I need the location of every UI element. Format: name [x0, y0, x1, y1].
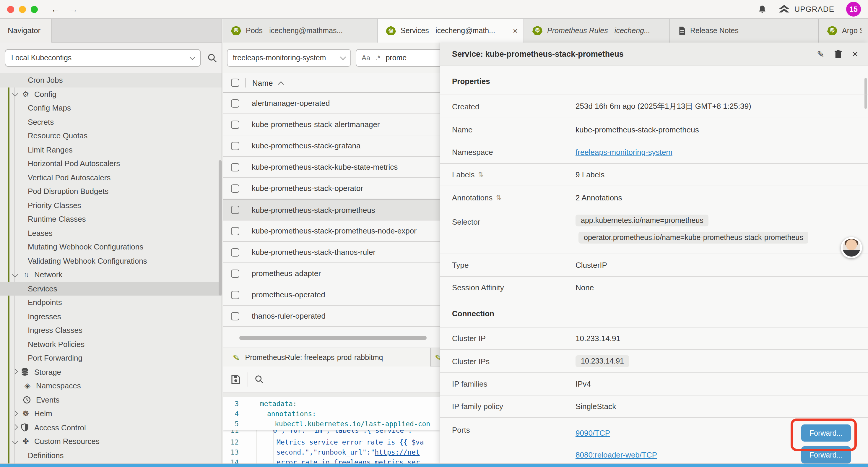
sidebar-scrollbar[interactable]	[219, 160, 222, 296]
sidebar-item-access-control[interactable]: Access Control	[0, 420, 222, 435]
delete-trash-icon[interactable]	[834, 50, 842, 59]
sidebar-item-events[interactable]: Events	[0, 393, 222, 407]
table-row[interactable]: kube-prometheus-stack-prometheus-node-ex…	[223, 221, 440, 242]
table-row[interactable]: alertmanager-operated	[223, 93, 440, 114]
sidebar-item-config[interactable]: ⚙Config	[0, 87, 222, 101]
sidebar-item-ingress-classes[interactable]: Ingress Classes	[0, 323, 222, 337]
back-arrow-icon[interactable]: ←	[51, 4, 60, 14]
chevron-right-icon	[12, 411, 18, 416]
expand-collapse-icon[interactable]: ⇅	[478, 171, 484, 178]
namespace-link[interactable]: freeleaps-monitoring-system	[576, 148, 673, 157]
save-icon[interactable]	[231, 375, 241, 384]
sidebar-item-endpoints[interactable]: Endpoints	[0, 296, 222, 310]
tab-pods[interactable]: ☸ Pods - icecheng@mathmas...	[223, 18, 378, 42]
kubeconfig-selector[interactable]: Local Kubeconfigs	[5, 49, 201, 67]
edit-icon[interactable]: ✎	[817, 50, 824, 59]
sidebar-item-ingresses[interactable]: Ingresses	[0, 310, 222, 323]
row-checkbox[interactable]	[231, 120, 239, 128]
sidebar-item-validating-webhook-configurations[interactable]: Validating Webhook Configurations	[0, 254, 222, 268]
search-icon[interactable]	[208, 53, 217, 63]
sidebar-item-pod-disruption-budgets[interactable]: Pod Disruption Budgets	[0, 184, 222, 198]
table-row[interactable]: prometheus-operated	[223, 284, 440, 305]
row-checkbox[interactable]	[231, 248, 239, 256]
table-row[interactable]: kube-prometheus-stack-operator	[223, 178, 440, 199]
tab-services[interactable]: ☸ Services - icecheng@math... ×	[378, 18, 524, 43]
close-tab-icon[interactable]: ×	[513, 26, 518, 35]
row-checkbox[interactable]	[231, 291, 239, 299]
tab-argo[interactable]: ☸ Argo Se	[819, 18, 868, 42]
runbook-url-link[interactable]: https://net	[375, 448, 420, 456]
editor-tab-next[interactable]: ✎	[431, 348, 440, 367]
tab-prometheus-rules[interactable]: ☸ Prometheus Rules - icecheng...	[524, 18, 670, 42]
row-checkbox[interactable]	[231, 269, 239, 278]
sidebar-item-priority-classes[interactable]: Priority Classes	[0, 198, 222, 212]
name-filter-input[interactable]: Aa .* prome	[356, 49, 440, 67]
chevron-right-icon	[12, 369, 18, 375]
table-row[interactable]: thanos-ruler-operated	[223, 305, 440, 327]
sidebar-item-network[interactable]: ↑↓Network	[0, 268, 222, 282]
close-window-button[interactable]	[7, 6, 14, 13]
horizontal-scrollbar[interactable]	[239, 336, 427, 340]
property-row-selector: Selector app.kubernetes.io/name=promethe…	[440, 209, 868, 254]
name-column-header[interactable]: Name	[252, 78, 273, 87]
row-checkbox[interactable]	[231, 142, 239, 150]
yaml-editor[interactable]: 11 0", for: "1m", labels :{ service : 3m…	[223, 397, 440, 464]
kubernetes-icon: ☸	[827, 26, 837, 35]
sidebar-item-definitions[interactable]: Definitions	[0, 448, 222, 462]
forward-arrow-icon[interactable]: →	[68, 4, 78, 14]
row-checkbox[interactable]	[231, 227, 239, 235]
detail-panel-title: Service: kube-prometheus-stack-prometheu…	[452, 50, 624, 59]
sidebar-item-services[interactable]: Services	[0, 282, 222, 296]
avatar[interactable]	[841, 237, 862, 258]
upgrade-chevrons-icon	[779, 5, 789, 13]
close-panel-icon[interactable]: ×	[852, 49, 858, 59]
expand-collapse-icon[interactable]: ⇅	[496, 194, 501, 201]
minimize-window-button[interactable]	[19, 6, 26, 13]
upgrade-button[interactable]: UPGRADE	[779, 5, 834, 13]
row-checkbox[interactable]	[231, 312, 239, 320]
sidebar-item-horizontal-pod-autoscalers[interactable]: Horizontal Pod Autoscalers	[0, 157, 222, 171]
match-case-icon[interactable]: Aa	[362, 54, 370, 62]
sidebar-item-namespaces[interactable]: ◈Namespaces	[0, 379, 222, 393]
port-link[interactable]: 9090/TCP	[576, 429, 610, 437]
row-checkbox[interactable]	[231, 99, 239, 107]
tab-release-notes[interactable]: Release Notes	[670, 18, 819, 42]
editor-tab-prometheusrule[interactable]: ✎ PrometheusRule: freeleaps-prod-rabbitm…	[223, 348, 431, 367]
storage-database-icon	[21, 368, 30, 376]
sidebar-item-config-maps[interactable]: Config Maps	[0, 101, 222, 115]
sort-ascending-icon[interactable]	[278, 81, 284, 87]
editor-search-icon[interactable]	[255, 375, 264, 384]
port-link[interactable]: 8080:reloader-web/TCP	[576, 450, 657, 459]
sidebar-item-cron-jobs[interactable]: Cron Jobs	[0, 73, 222, 87]
select-all-checkbox[interactable]	[231, 79, 239, 87]
regex-icon[interactable]: .*	[375, 54, 380, 62]
table-row[interactable]: kube-prometheus-stack-grafana	[223, 135, 440, 157]
row-checkbox[interactable]	[231, 184, 239, 193]
sidebar-item-helm[interactable]: ☸Helm	[0, 407, 222, 420]
sidebar-item-custom-resources[interactable]: ✤Custom Resources	[0, 435, 222, 448]
row-checkbox[interactable]	[231, 163, 239, 171]
detail-panel-header: Service: kube-prometheus-stack-prometheu…	[440, 42, 868, 66]
bell-icon[interactable]	[757, 4, 767, 14]
chevron-down-icon	[340, 54, 346, 60]
sidebar-item-runtime-classes[interactable]: Runtime Classes	[0, 212, 222, 226]
namespace-selector[interactable]: freeleaps-monitoring-system	[227, 49, 351, 67]
notification-badge[interactable]: 15	[846, 2, 861, 17]
tab-navigator[interactable]: Navigator	[0, 18, 52, 42]
zoom-window-button[interactable]	[31, 6, 38, 13]
sidebar-item-network-policies[interactable]: Network Policies	[0, 337, 222, 351]
table-row[interactable]: kube-prometheus-stack-alertmanager	[223, 114, 440, 135]
sidebar-item-resource-quotas[interactable]: Resource Quotas	[0, 129, 222, 143]
sidebar-item-limit-ranges[interactable]: Limit Ranges	[0, 143, 222, 157]
sidebar-item-storage[interactable]: Storage	[0, 365, 222, 379]
table-row[interactable]: kube-prometheus-stack-kube-state-metrics	[223, 157, 440, 178]
table-row-selected[interactable]: kube-prometheus-stack-prometheus	[223, 199, 440, 221]
table-row[interactable]: prometheus-adapter	[223, 263, 440, 284]
row-checkbox[interactable]	[231, 206, 239, 214]
sidebar-item-vertical-pod-autoscalers[interactable]: Vertical Pod Autoscalers	[0, 171, 222, 184]
sidebar-item-port-forwarding[interactable]: Port Forwarding	[0, 351, 222, 365]
table-row[interactable]: kube-prometheus-stack-thanos-ruler	[223, 242, 440, 263]
sidebar-item-mutating-webhook-configurations[interactable]: Mutating Webhook Configurations	[0, 240, 222, 254]
sidebar-item-secrets[interactable]: Secrets	[0, 115, 222, 129]
sidebar-item-leases[interactable]: Leases	[0, 226, 222, 240]
